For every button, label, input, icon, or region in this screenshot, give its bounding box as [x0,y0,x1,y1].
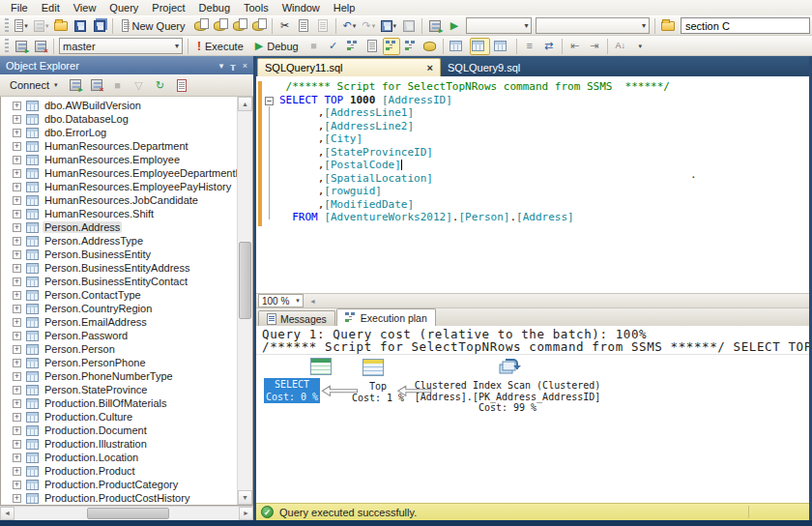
save-all-button[interactable] [91,17,108,35]
menu-query[interactable]: Query [102,1,145,15]
tree-item-humanresources-department[interactable]: +HumanResources.Department [1,139,237,153]
menu-project[interactable]: Project [145,1,191,15]
scroll-left-icon[interactable]: ◄ [0,507,14,520]
specify-values-button[interactable]: A↓ [612,38,629,55]
tree-item-production-product[interactable]: +Production.Product [1,464,237,478]
tree-item-dbo-errorlog[interactable]: +dbo.ErrorLog [1,126,237,139]
activity-monitor-button[interactable] [426,17,444,35]
actual-plan-button[interactable] [383,38,400,55]
expand-plus-icon[interactable]: + [13,481,21,489]
parse-button[interactable]: ✓ [325,38,342,55]
expand-plus-icon[interactable]: + [13,142,21,151]
scroll-down-icon[interactable]: ▼ [238,490,252,505]
expand-plus-icon[interactable]: + [13,426,21,435]
expand-plus-icon[interactable]: + [13,332,21,340]
tree-item-dbo-databaselog[interactable]: +dbo.DatabaseLog [1,112,237,126]
menu-window[interactable]: Window [276,1,327,15]
increase-indent-button[interactable]: ⇥ [586,38,603,55]
toolbar-overflow-button[interactable]: ▾ [631,38,649,55]
analysis-mdx-query-button[interactable] [212,17,229,35]
open-file-button[interactable] [52,17,70,35]
search-input[interactable] [681,17,810,34]
menu-file[interactable]: File [4,1,35,15]
tree-item-person-personphone[interactable]: +Person.PersonPhone [1,356,237,369]
menu-edit[interactable]: Edit [35,1,67,15]
expand-plus-icon[interactable]: + [13,156,21,164]
intellisense-button[interactable] [421,38,439,55]
tree-item-person-countryregion[interactable]: +Person.CountryRegion [1,302,237,315]
expand-plus-icon[interactable]: + [13,318,21,327]
start-button[interactable]: ▶ [446,17,463,35]
menu-debug[interactable]: Debug [192,1,237,15]
tree-item-person-businessentity[interactable]: +Person.BusinessEntity [1,248,237,261]
expand-plus-icon[interactable]: + [13,413,21,422]
zoom-selector[interactable]: 100 %▾ [258,294,304,307]
expand-plus-icon[interactable]: + [13,129,21,137]
tree-item-person-person[interactable]: +Person.Person [1,342,237,356]
scroll-thumb[interactable] [239,242,251,319]
tree-item-person-emailaddress[interactable]: +Person.EmailAddress [1,315,237,329]
oe-refresh-button[interactable]: ↻ [152,76,169,94]
new-query-button[interactable]: New Query [117,17,189,35]
debug-button[interactable]: ▶Debug [250,38,304,55]
connect-dropdown-button[interactable]: Connect▾ [5,76,63,94]
database-selector[interactable]: master▾ [59,38,183,54]
hscroll-left-icon[interactable]: ◄ [309,298,316,305]
close-icon[interactable]: × [243,61,247,71]
expand-plus-icon[interactable]: + [13,210,21,219]
estimated-plan-button[interactable] [344,38,362,55]
cut-button[interactable]: ✂ [276,17,293,35]
toolbar-grip[interactable] [5,18,9,33]
toolbar-combo-1[interactable]: ▾ [466,17,532,34]
expand-plus-icon[interactable]: + [13,196,21,205]
object-explorer-titlebar[interactable]: Object Explorer ▾ ┰ × [0,56,253,74]
expand-plus-icon[interactable]: + [13,440,21,449]
decrease-indent-button[interactable]: ⇤ [566,38,584,55]
expand-plus-icon[interactable]: + [13,102,21,110]
tree-item-production-productcategory[interactable]: +Production.ProductCategory [1,478,237,491]
expand-plus-icon[interactable]: + [13,183,21,191]
tree-item-person-stateprovince[interactable]: +Person.StateProvince [1,383,237,396]
connect-query-button[interactable] [13,38,30,55]
tree-item-person-businessentityaddress[interactable]: +Person.BusinessEntityAddress [1,261,237,275]
expand-plus-icon[interactable]: + [13,372,21,381]
database-engine-query-button[interactable] [192,17,210,35]
tree-item-humanresources-jobcandidate[interactable]: +HumanResources.JobCandidate [1,193,237,207]
query-options-button[interactable] [363,38,381,55]
copy-button[interactable] [295,17,312,35]
undo-button[interactable]: ↶▾ [340,17,358,35]
tree-item-humanresources-employeedepartmenthistory[interactable]: +HumanResources.EmployeeDepartmentHistor… [1,166,237,180]
tree-item-dbo-awbuildversion[interactable]: +dbo.AWBuildVersion [1,99,237,112]
navigate-backward-button[interactable]: ▾ [379,17,398,35]
oe-vertical-scrollbar[interactable]: ▲ ▼ [237,97,252,505]
tab-sqlquery11[interactable]: SQLQuery11.sql × [257,58,441,76]
uncomment-button[interactable]: ⇄ [540,38,558,55]
menu-view[interactable]: View [67,1,103,15]
navigate-forward-button[interactable] [400,17,418,35]
tree-item-humanresources-employee[interactable]: +HumanResources.Employee [1,153,237,166]
expand-plus-icon[interactable]: + [13,250,21,259]
expand-plus-icon[interactable]: + [13,305,21,313]
scroll-right-icon[interactable]: ► [239,507,253,520]
tree-item-production-culture[interactable]: +Production.Culture [1,410,237,424]
analysis-xmla-query-button[interactable] [250,17,268,35]
tree-item-production-productcosthistory[interactable]: +Production.ProductCostHistory [1,491,237,505]
tab-execution-plan[interactable]: Execution plan [336,308,436,326]
results-to-text-button[interactable] [448,38,468,55]
oe-disconnect-button[interactable] [88,76,105,94]
tree-item-production-document[interactable]: +Production.Document [1,424,237,437]
top-operator-icon[interactable] [362,359,384,376]
window-position-icon[interactable]: ▾ [219,61,224,71]
paste-button[interactable] [314,17,332,35]
tab-sqlquery9[interactable]: SQLQuery9.sql [441,58,527,76]
expand-plus-icon[interactable]: + [13,359,21,367]
toolbar-combo-2[interactable]: ▾ [536,17,650,34]
oe-reports-button[interactable] [173,76,190,94]
clustered-index-scan-node[interactable]: Clustered Index Scan (Clustered) [Addres… [411,380,604,414]
menu-help[interactable]: Help [327,1,362,15]
scroll-thumb[interactable] [87,508,169,519]
expand-plus-icon[interactable]: + [13,237,21,246]
code-editor[interactable]: − /****** Script for SelectTopNRows comm… [256,76,809,294]
expand-plus-icon[interactable]: + [13,345,21,354]
scroll-up-icon[interactable]: ▲ [238,97,252,111]
